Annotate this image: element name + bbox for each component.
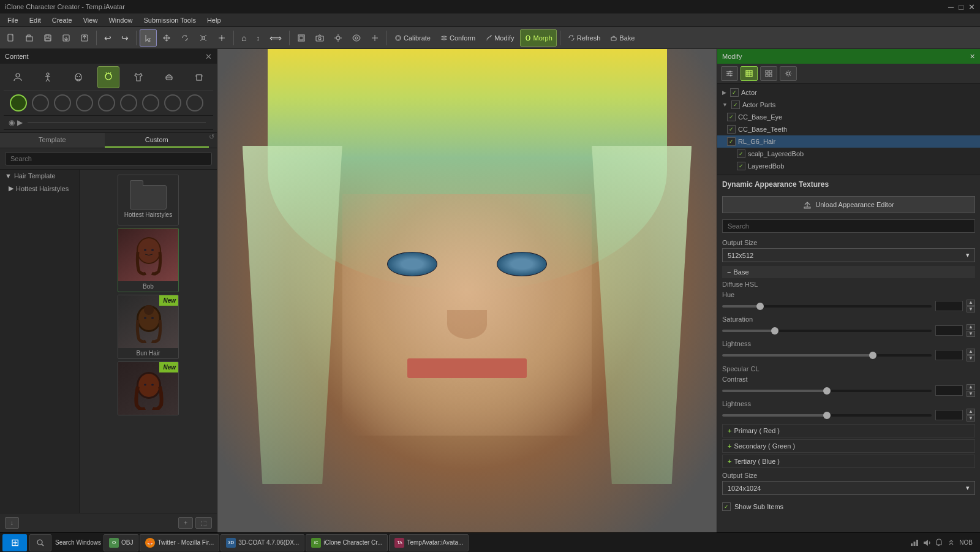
unload-appearance-btn[interactable]: Unload Appearance Editor xyxy=(722,196,975,213)
menu-submission[interactable]: Submission Tools xyxy=(139,15,201,25)
at-actor[interactable]: ▶ ✓ Actor xyxy=(717,86,980,99)
tree-hair-template[interactable]: ▼ Hair Template xyxy=(0,170,79,182)
contrast-track[interactable] xyxy=(722,390,932,392)
viewport[interactable] xyxy=(217,49,717,532)
nav-forward[interactable]: ▶ xyxy=(17,118,23,127)
show-sub-items-check[interactable]: ✓ xyxy=(722,502,731,511)
modify-button[interactable]: Modify xyxy=(481,29,518,47)
at-hair[interactable]: ✓ RL_G6_Hair xyxy=(717,135,980,148)
taskbar-firefox[interactable]: 🦊 Twitter - Mozilla Fir... xyxy=(140,534,219,551)
at-base-eye[interactable]: ✓ CC_Base_Eye xyxy=(717,111,980,123)
at-check-parts[interactable]: ✓ xyxy=(731,100,740,109)
taskbar-obj[interactable]: O OBJ xyxy=(104,534,138,551)
icon-accessories[interactable] xyxy=(158,66,180,88)
search-taskbar-btn[interactable] xyxy=(29,534,51,551)
bake-button[interactable]: Bake xyxy=(606,29,639,47)
lightness-value[interactable]: 0.70 xyxy=(935,350,963,360)
at-actor-parts[interactable]: ▼ ✓ Actor Parts xyxy=(717,99,980,111)
scroll-down-btn[interactable]: ↓ xyxy=(5,517,19,529)
saturation-track[interactable] xyxy=(722,330,932,332)
circle-btn-5[interactable] xyxy=(98,94,115,112)
base-section-header[interactable]: − Base xyxy=(722,266,975,278)
at-base-teeth[interactable]: ✓ CC_Base_Teeth xyxy=(717,123,980,135)
spec-light-up-btn[interactable]: ▲ xyxy=(967,409,975,415)
calibrate-button[interactable]: Calibrate xyxy=(390,29,435,47)
grid-new3[interactable]: New xyxy=(118,361,179,415)
morph-button[interactable]: Morph xyxy=(520,29,557,47)
circle-btn-1[interactable] xyxy=(10,94,27,112)
pan-button[interactable] xyxy=(213,29,230,47)
at-layered-bob[interactable]: ✓ LayeredBob xyxy=(717,160,980,172)
move-button[interactable] xyxy=(158,29,175,47)
at-check-actor[interactable]: ✓ xyxy=(730,88,739,97)
menu-view[interactable]: View xyxy=(78,15,103,25)
tree-hottest-hairstyles[interactable]: ▶ Hottest Hairstyles xyxy=(0,182,79,195)
contrast-up-btn[interactable]: ▲ xyxy=(967,384,975,390)
export-button[interactable] xyxy=(76,29,93,47)
contrast-value[interactable]: 0.00 xyxy=(935,385,963,396)
contrast-down-btn[interactable]: ▼ xyxy=(967,391,975,397)
redo-button[interactable]: ↪ xyxy=(117,29,133,47)
grid-bun[interactable]: New Bun Hair xyxy=(118,295,179,359)
taskbar-iclone[interactable]: iC iClone Character Cr... xyxy=(306,534,388,551)
at-check-layered[interactable]: ✓ xyxy=(737,162,745,170)
close-button[interactable]: ✕ xyxy=(968,2,975,12)
nav-back[interactable]: ◉ xyxy=(9,118,15,127)
sat-down-btn[interactable]: ▼ xyxy=(967,331,975,337)
icon-face[interactable] xyxy=(67,66,89,88)
rt-gear-btn[interactable] xyxy=(780,66,797,81)
right-search-input[interactable] xyxy=(722,219,975,233)
nav-btn2[interactable]: ↕ xyxy=(252,29,264,47)
menu-window[interactable]: Window xyxy=(104,15,137,25)
hue-track[interactable] xyxy=(722,305,932,308)
import-button[interactable] xyxy=(58,29,75,47)
grid-folder[interactable]: Hottest Hairstyles xyxy=(118,175,179,225)
secondary-row[interactable]: + Secondary ( Green ) xyxy=(722,439,975,453)
output-size2-dropdown[interactable]: 1024x1024 ▾ xyxy=(722,481,975,495)
circle-btn-7[interactable] xyxy=(142,94,159,112)
rt-sliders-btn[interactable] xyxy=(721,66,738,81)
circle-btn-3[interactable] xyxy=(54,94,71,112)
hue-value[interactable]: 0.09 xyxy=(935,301,963,311)
add-btn[interactable]: + xyxy=(178,517,193,529)
light-button[interactable] xyxy=(330,29,347,47)
spec-lightness-track[interactable] xyxy=(722,414,932,417)
minimize-button[interactable]: ─ xyxy=(948,2,954,12)
tab-settings-icon[interactable]: ↺ xyxy=(209,133,214,148)
refresh-button[interactable]: Refresh xyxy=(564,29,605,47)
options-btn[interactable]: ⬚ xyxy=(195,517,212,529)
rt-grid-btn[interactable] xyxy=(760,66,777,81)
spec-light-down-btn[interactable]: ▼ xyxy=(967,415,975,422)
hue-up-btn[interactable]: ▲ xyxy=(967,300,975,306)
save-button[interactable] xyxy=(39,29,56,47)
conform-button[interactable]: Conform xyxy=(436,29,480,47)
camera-button[interactable] xyxy=(311,29,328,47)
icon-person[interactable] xyxy=(7,66,29,88)
scale-button[interactable] xyxy=(195,29,212,47)
frame-button[interactable] xyxy=(293,29,310,47)
lightness-track[interactable] xyxy=(722,354,932,357)
nav-home-button[interactable]: ⌂ xyxy=(237,29,251,47)
menu-file[interactable]: File xyxy=(2,15,23,25)
open-file-button[interactable] xyxy=(21,29,38,47)
primary-row[interactable]: + Primary ( Red ) xyxy=(722,424,975,437)
grid-button[interactable] xyxy=(366,29,383,47)
content-panel-close[interactable]: ✕ xyxy=(205,52,212,61)
at-scalp[interactable]: ✓ scalp_LayeredBob xyxy=(717,148,980,160)
select-button[interactable] xyxy=(140,29,157,47)
undo-button[interactable]: ↩ xyxy=(100,29,116,47)
icon-clothing[interactable] xyxy=(127,66,149,88)
spec-lightness-value[interactable]: 0.00 xyxy=(935,410,963,420)
menu-help[interactable]: Help xyxy=(202,15,226,25)
menu-edit[interactable]: Edit xyxy=(24,15,46,25)
taskbar-3dcoat[interactable]: 3D 3D-COAT 4.7.06(DX... xyxy=(221,534,304,551)
at-check-scalp[interactable]: ✓ xyxy=(737,149,745,158)
at-check-teeth[interactable]: ✓ xyxy=(727,125,736,134)
sat-up-btn[interactable]: ▲ xyxy=(967,324,975,330)
tab-custom[interactable]: Custom xyxy=(105,133,209,148)
tab-template[interactable]: Template xyxy=(0,133,105,148)
circle-btn-8[interactable] xyxy=(164,94,181,112)
circle-btn-2[interactable] xyxy=(32,94,49,112)
nav-btn3[interactable]: ⟺ xyxy=(265,29,286,47)
rt-texture-btn[interactable] xyxy=(741,66,758,81)
